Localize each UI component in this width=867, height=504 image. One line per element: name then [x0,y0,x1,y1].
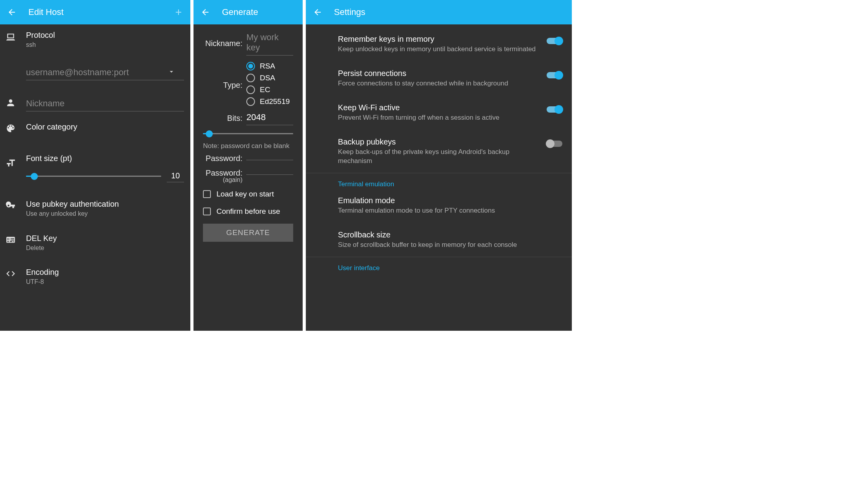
radio-label: DSA [260,74,275,82]
del-key-sub: Delete [26,244,184,252]
radio-icon [246,97,255,106]
nickname-input[interactable]: My work key [246,32,293,56]
laptop-icon [6,30,24,42]
encoding-label: Encoding [26,267,184,277]
section-header: User interface [306,257,572,272]
setting-sub: Keep back-ups of the private keys using … [338,148,542,166]
color-category-label: Color category [26,122,184,132]
chevron-down-icon[interactable] [167,68,175,77]
keyboard-icon [6,233,24,245]
del-key-label: DEL Key [26,233,184,243]
setting-row[interactable]: Scrollback sizeSize of scrollback buffer… [306,222,572,257]
setting-sub: Terminal emulation mode to use for PTY c… [338,206,558,215]
font-size-label: Font size (pt) [26,153,184,163]
setting-title: Keep Wi-Fi active [338,102,542,113]
bits-input[interactable]: 2048 [246,111,293,125]
protocol-label: Protocol [26,30,184,40]
back-arrow-icon[interactable] [6,7,17,18]
page-title: Generate [222,7,296,17]
radio-rsa[interactable]: RSA [246,62,290,70]
palette-icon [6,122,24,133]
password-note: Note: password can be blank [203,142,293,150]
back-arrow-icon[interactable] [200,7,211,18]
setting-title: Remember keys in memory [338,34,542,44]
password-again-input[interactable] [246,171,293,175]
protocol-value: ssh [26,41,184,49]
checkbox-icon [203,190,211,198]
toggle-switch[interactable] [547,106,562,113]
del-key-row[interactable]: DEL Key Delete [0,224,190,258]
toggle-switch[interactable] [547,141,562,147]
load-key-checkbox[interactable]: Load key on start [203,190,293,198]
toggle-switch[interactable] [547,72,562,78]
protocol-row[interactable]: Protocol ssh [0,24,190,55]
setting-row[interactable]: Remember keys in memoryKeep unlocked key… [306,27,572,61]
radio-ec[interactable]: EC [246,85,290,94]
setting-row[interactable]: Backup pubkeysKeep back-ups of the priva… [306,130,572,173]
text-size-icon [6,153,24,168]
page-title: Settings [334,7,566,17]
setting-sub: Size of scrollback buffer to keep in mem… [338,241,558,250]
person-icon [6,96,24,108]
bits-slider[interactable] [203,133,293,134]
font-size-row: Font size (pt) 10 [0,139,190,188]
radio-label: EC [260,85,270,94]
encoding-row[interactable]: Encoding UTF-8 [0,258,190,292]
connection-input[interactable]: username@hostname:port [26,65,184,80]
pubkey-label: Use pubkey authentication [26,199,184,209]
setting-row[interactable]: Keep Wi-Fi activePrevent Wi-Fi from turn… [306,95,572,130]
password-again-sub: (again) [203,176,246,183]
code-icon [6,267,24,279]
font-size-slider[interactable] [26,176,161,177]
add-icon[interactable] [173,7,184,18]
key-icon [6,199,24,211]
encoding-sub: UTF-8 [26,278,184,286]
password-input[interactable] [246,157,293,160]
nickname-label: Nickname: [203,39,246,48]
setting-row[interactable]: Persist connectionsForce connections to … [306,61,572,95]
setting-title: Persist connections [338,68,542,78]
radio-icon [246,85,255,94]
pubkey-sub: Use any unlocked key [26,210,184,218]
pubkey-row[interactable]: Use pubkey authentication Use any unlock… [0,188,190,224]
password-label: Password: [203,154,246,163]
font-size-value[interactable]: 10 [167,170,184,182]
type-label: Type: [203,81,246,90]
setting-sub: Prevent Wi-Fi from turning off when a se… [338,113,542,122]
setting-sub: Force connections to stay connected whil… [338,79,542,88]
setting-title: Emulation mode [338,195,558,206]
setting-row[interactable]: Emulation modeTerminal emulation mode to… [306,188,572,222]
setting-title: Scrollback size [338,230,558,240]
radio-dsa[interactable]: DSA [246,74,290,82]
checkbox-icon [203,208,211,215]
radio-label: Ed25519 [260,97,290,106]
color-category-row[interactable]: Color category [0,113,190,139]
nickname-input[interactable]: Nickname [26,96,184,111]
radio-label: RSA [260,62,275,70]
confirm-use-checkbox[interactable]: Confirm before use [203,207,293,216]
bits-label: Bits: [203,114,246,123]
toggle-switch[interactable] [547,38,562,44]
radio-icon [246,74,255,82]
setting-title: Backup pubkeys [338,137,542,147]
radio-ed25519[interactable]: Ed25519 [246,97,290,106]
radio-icon [246,62,255,70]
page-title: Edit Host [28,7,173,17]
generate-button[interactable]: GENERATE [203,224,293,242]
section-header: Terminal emulation [306,173,572,188]
setting-sub: Keep unlocked keys in memory until backe… [338,45,542,54]
back-arrow-icon[interactable] [312,7,323,18]
